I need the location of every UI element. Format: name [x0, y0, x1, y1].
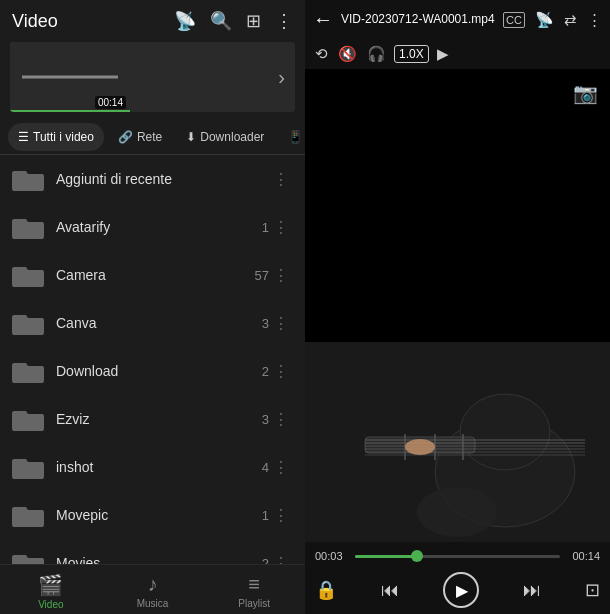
folder-more-icon[interactable]: ⋮	[269, 358, 293, 385]
video-screen-top: 📷	[305, 69, 610, 342]
folder-icon	[12, 405, 44, 433]
music-nav-icon: ♪	[148, 573, 158, 596]
thumbnail-area[interactable]: 00:14 ›	[10, 42, 295, 112]
headphone-icon[interactable]: 🎧	[365, 43, 388, 65]
nav-video-label: Video	[38, 599, 63, 610]
list-item[interactable]: Avatarify 1 ⋮	[0, 203, 305, 251]
folder-more-icon[interactable]: ⋮	[269, 502, 293, 529]
mute-icon[interactable]: 🔇	[336, 43, 359, 65]
bottom-nav: 🎬 Video ♪ Musica ≡ Playlist	[0, 564, 305, 614]
captions-icon[interactable]: CC	[503, 12, 525, 28]
folder-more-icon[interactable]: ⋮	[269, 310, 293, 337]
progress-track[interactable]	[355, 555, 560, 558]
cast-icon[interactable]: 📡	[174, 10, 196, 32]
folder-more-icon[interactable]: ⋮	[269, 214, 293, 241]
progress-bar-container: 00:03 00:14	[315, 550, 600, 562]
tab-network-icon: 🔗	[118, 130, 133, 144]
list-item[interactable]: Movies 2 ⋮	[0, 539, 305, 564]
folder-count: 2	[262, 364, 269, 379]
folder-more-icon[interactable]: ⋮	[269, 550, 293, 565]
list-item[interactable]: Aggiunti di recente ⋮	[0, 155, 305, 203]
folder-more-icon[interactable]: ⋮	[269, 406, 293, 433]
list-item[interactable]: Camera 57 ⋮	[0, 251, 305, 299]
video-controls-bar: ⟲ 🔇 🎧 1.0X ▶	[305, 39, 610, 69]
video-top-icons: CC 📡 ⇄ ⋮	[503, 11, 602, 29]
folder-count: 4	[262, 460, 269, 475]
search-icon[interactable]: 🔍	[210, 10, 232, 32]
list-item[interactable]: Ezviz 3 ⋮	[0, 395, 305, 443]
tab-all-label: Tutti i video	[33, 130, 94, 144]
tab-apps[interactable]: 📱 Applicazio...	[278, 123, 305, 151]
list-item[interactable]: Download 2 ⋮	[0, 347, 305, 395]
folder-icon	[12, 165, 44, 193]
video-nav-icon: 🎬	[38, 573, 63, 597]
progress-thumb[interactable]	[411, 550, 423, 562]
more-options-icon[interactable]: ⋮	[587, 11, 602, 29]
progress-fill	[355, 555, 417, 558]
folder-more-icon[interactable]: ⋮	[269, 166, 293, 193]
list-item[interactable]: Canva 3 ⋮	[0, 299, 305, 347]
list-item[interactable]: inshot 4 ⋮	[0, 443, 305, 491]
folder-icon	[12, 453, 44, 481]
right-panel: ← VID-20230712-WA0001.mp4 CC 📡 ⇄ ⋮ ⟲ 🔇 🎧…	[305, 0, 610, 614]
svg-point-13	[417, 487, 497, 537]
cast-icon[interactable]: 📡	[535, 11, 554, 29]
folder-count: 3	[262, 412, 269, 427]
video-bottom-controls: 🔒 ⏮ ▶ ⏭ ⊡	[305, 566, 610, 614]
play-icon: ▶	[456, 581, 468, 600]
thumbnail-play-bar	[10, 110, 130, 112]
playlist-nav-icon: ≡	[248, 573, 260, 596]
nav-playlist[interactable]: ≡ Playlist	[203, 573, 305, 610]
folder-name: Ezviz	[56, 411, 258, 427]
folder-name: Movies	[56, 555, 258, 564]
folder-count: 57	[255, 268, 269, 283]
folder-list: Aggiunti di recente ⋮ Avatarify 1 ⋮ Came…	[0, 155, 305, 564]
top-bar: Video 📡 🔍 ⊞ ⋮	[0, 0, 305, 42]
tab-downloader[interactable]: ⬇ Downloader	[176, 123, 274, 151]
list-item[interactable]: Movepic 1 ⋮	[0, 491, 305, 539]
guitar-visual	[305, 342, 610, 542]
guitar-svg	[305, 342, 610, 542]
folder-count: 2	[262, 556, 269, 565]
camera-icon[interactable]: 📷	[573, 81, 598, 105]
folder-icon	[12, 549, 44, 564]
folder-count: 1	[262, 220, 269, 235]
thumbnail-duration: 00:14	[95, 96, 126, 109]
svg-point-2	[460, 394, 550, 470]
tab-all-videos[interactable]: ☰ Tutti i video	[8, 123, 104, 151]
video-title: VID-20230712-WA0001.mp4	[341, 12, 495, 26]
tab-network[interactable]: 🔗 Rete	[108, 123, 172, 151]
lock-icon[interactable]: 🔒	[315, 579, 337, 601]
play-button[interactable]: ▶	[443, 572, 479, 608]
replay-icon[interactable]: ⟲	[313, 43, 330, 65]
folder-count: 1	[262, 508, 269, 523]
folder-icon	[12, 261, 44, 289]
nav-video[interactable]: 🎬 Video	[0, 573, 102, 610]
nav-music-label: Musica	[137, 598, 169, 609]
time-total: 00:14	[568, 550, 600, 562]
rotate-icon[interactable]: ⇄	[564, 11, 577, 29]
folder-more-icon[interactable]: ⋮	[269, 454, 293, 481]
thumbnail-image: 00:14	[10, 42, 130, 112]
more-icon[interactable]: ⋮	[275, 10, 293, 32]
prev-button[interactable]: ⏮	[381, 580, 399, 601]
fullscreen-icon[interactable]: ⊡	[585, 579, 600, 601]
tab-downloader-icon: ⬇	[186, 130, 196, 144]
view-icon[interactable]: ⊞	[246, 10, 261, 32]
thumbnail-chevron-icon[interactable]: ›	[278, 66, 295, 89]
nav-music[interactable]: ♪ Musica	[102, 573, 204, 610]
folder-icon	[12, 213, 44, 241]
time-current: 00:03	[315, 550, 347, 562]
folder-icon	[12, 357, 44, 385]
folder-more-icon[interactable]: ⋮	[269, 262, 293, 289]
nav-playlist-label: Playlist	[238, 598, 270, 609]
back-button[interactable]: ←	[313, 8, 333, 31]
folder-icon	[12, 309, 44, 337]
video-top-bar: ← VID-20230712-WA0001.mp4 CC 📡 ⇄ ⋮	[305, 0, 610, 39]
folder-icon	[12, 501, 44, 529]
speed-button[interactable]: 1.0X	[394, 45, 429, 63]
next-button[interactable]: ⏭	[523, 580, 541, 601]
top-bar-icons: 📡 🔍 ⊞ ⋮	[174, 10, 293, 32]
forward-icon[interactable]: ▶	[435, 43, 451, 65]
left-panel: Video 📡 🔍 ⊞ ⋮ 00:14 › ☰ Tutti i video 🔗 …	[0, 0, 305, 614]
